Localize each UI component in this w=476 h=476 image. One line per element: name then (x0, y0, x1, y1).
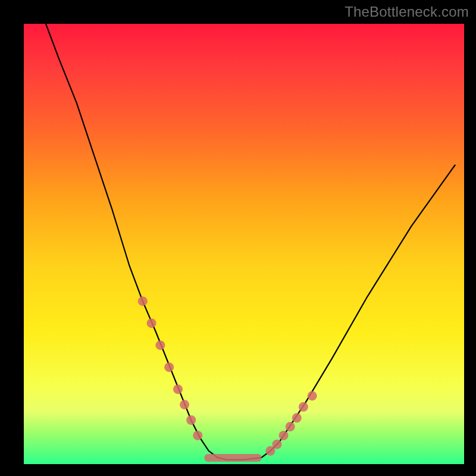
marker-dot (193, 431, 202, 440)
marker-dot (308, 391, 317, 400)
marker-dot (299, 402, 308, 412)
marker-dot (286, 422, 295, 431)
trough-bar (204, 454, 261, 462)
plot-area (24, 24, 464, 464)
chart-svg (24, 24, 464, 464)
chart-frame: TheBottleneck.com (0, 0, 476, 476)
curve-markers (138, 296, 317, 456)
v-curve (46, 24, 455, 460)
marker-dot (147, 318, 156, 328)
watermark-text: TheBottleneck.com (345, 4, 469, 20)
marker-dot (273, 440, 282, 449)
marker-dot (180, 400, 189, 409)
marker-dot (173, 384, 183, 394)
marker-dot (164, 362, 174, 372)
marker-dot (292, 413, 302, 422)
marker-dot (186, 415, 196, 425)
marker-dot (279, 431, 289, 440)
marker-dot (138, 296, 148, 306)
marker-dot (155, 340, 165, 350)
